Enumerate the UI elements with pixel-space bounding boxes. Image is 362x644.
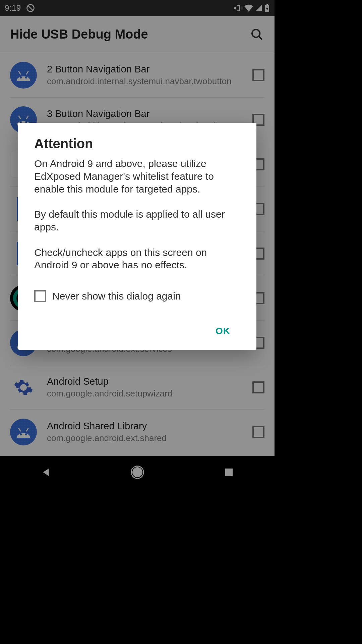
dialog-body: On Android 9 and above, please utilize E… <box>34 157 240 271</box>
attention-dialog: Attention On Android 9 and above, please… <box>18 123 256 350</box>
dialog-title: Attention <box>34 136 240 151</box>
never-show-checkbox[interactable] <box>34 290 46 302</box>
ok-button[interactable]: OK <box>209 322 237 340</box>
never-show-label: Never show this dialog again <box>52 290 181 302</box>
never-show-row[interactable]: Never show this dialog again <box>34 290 240 302</box>
